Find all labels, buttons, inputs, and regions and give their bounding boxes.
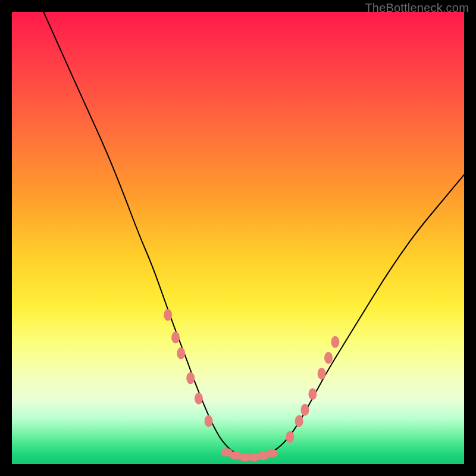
curve-marker xyxy=(186,372,195,384)
curve-marker xyxy=(177,347,185,359)
curve-marker xyxy=(331,336,339,348)
curve-marker xyxy=(195,393,203,405)
bottleneck-curve xyxy=(43,12,464,457)
curve-marker xyxy=(171,331,180,343)
curve-marker xyxy=(295,415,303,427)
curve-layer xyxy=(12,12,464,464)
curve-marker xyxy=(318,368,326,380)
curve-marker xyxy=(205,415,213,427)
curve-marker xyxy=(308,388,317,400)
curve-marker xyxy=(164,309,172,321)
plot-area xyxy=(12,12,464,464)
curve-marker xyxy=(301,404,309,416)
curve-markers xyxy=(164,309,339,461)
curve-marker xyxy=(324,352,333,364)
curve-marker xyxy=(266,449,278,458)
chart-stage: TheBottleneck.com xyxy=(0,0,476,476)
curve-marker xyxy=(286,431,294,443)
